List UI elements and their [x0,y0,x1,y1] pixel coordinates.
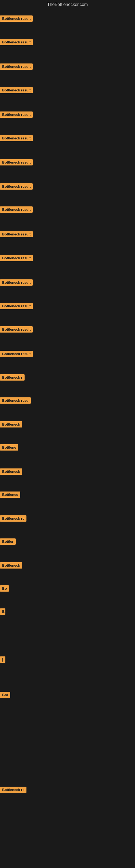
bottleneck-item[interactable]: Bottleneck result [0,183,33,191]
bottleneck-item[interactable]: Bottleneck result [0,39,33,46]
bottleneck-badge: Bottleneck re [0,516,27,522]
bottleneck-item[interactable]: Bottleneck result [0,135,33,143]
bottleneck-badge: Bottleneck result [0,351,33,357]
bottleneck-badge: Bottleneck result [0,231,33,237]
bottleneck-badge: B [0,609,5,615]
bottleneck-badge: Bottlene [0,444,18,451]
bottleneck-badge: Bottleneck result [0,39,33,45]
bottleneck-item[interactable]: Bottleneck result [0,63,33,71]
site-title-text: TheBottlenecker.com [47,2,88,7]
bottleneck-item[interactable]: Bottleneck result [0,231,33,239]
bottleneck-item[interactable]: Bottlenec [0,492,20,499]
bottleneck-item[interactable]: Bottleneck result [0,112,33,119]
bottleneck-item[interactable]: Bottleneck result [0,351,33,358]
bottleneck-badge: Bottleneck [0,468,22,475]
bottleneck-badge: Bottlenec [0,492,20,498]
bottleneck-badge: Bottleneck result [0,16,33,22]
bottleneck-badge: Bottleneck [0,421,22,428]
bottleneck-item[interactable]: Bottleneck re [0,516,27,523]
bottleneck-badge: Bottleneck [0,562,22,568]
bottleneck-badge: Bottleneck result [0,326,33,333]
bottleneck-badge: Bottleneck result [0,87,33,93]
site-title: TheBottlenecker.com [0,0,135,9]
bottleneck-badge: Bottleneck re [0,786,27,793]
bottleneck-item[interactable]: Bot [0,692,10,699]
bottleneck-badge: Bottleneck result [0,112,33,118]
bottleneck-item[interactable]: Bottleneck resu [0,397,31,405]
bottleneck-item[interactable]: Bottleneck re [0,786,27,794]
bottleneck-item[interactable]: Bottleneck result [0,207,33,214]
bottleneck-badge: Bottleneck result [0,135,33,141]
bottleneck-badge: Bottler [0,538,16,545]
bottleneck-item[interactable]: | [0,656,5,664]
bottleneck-item[interactable]: Bottleneck [0,468,22,476]
bottleneck-item[interactable]: B [0,609,5,616]
bottleneck-badge: Bottleneck result [0,279,33,286]
bottleneck-badge: Bottleneck result [0,159,33,165]
bottleneck-item[interactable]: Bottlene [0,444,18,452]
bottleneck-item[interactable]: Bottleneck [0,562,22,569]
bottleneck-badge: Bottleneck result [0,183,33,190]
bottleneck-badge: Bo [0,585,9,592]
bottleneck-item[interactable]: Bottleneck result [0,303,33,310]
bottleneck-item[interactable]: Bottleneck result [0,159,33,166]
bottleneck-badge: Bottleneck r [0,374,25,380]
bottleneck-item[interactable]: Bottleneck result [0,326,33,334]
bottleneck-item[interactable]: Bottler [0,538,16,546]
bottleneck-badge: Bottleneck result [0,255,33,261]
bottleneck-item[interactable]: Bottleneck [0,421,22,429]
bottleneck-badge: Bottleneck result [0,63,33,70]
bottleneck-item[interactable]: Bottleneck result [0,279,33,287]
bottleneck-badge: Bot [0,692,10,698]
bottleneck-badge: Bottleneck result [0,207,33,213]
bottleneck-badge: Bottleneck result [0,303,33,309]
bottleneck-badge: Bottleneck resu [0,397,31,404]
bottleneck-item[interactable]: Bo [0,585,9,593]
bottleneck-item[interactable]: Bottleneck result [0,16,33,23]
bottleneck-item[interactable]: Bottleneck result [0,87,33,94]
bottleneck-item[interactable]: Bottleneck r [0,374,25,382]
bottleneck-item[interactable]: Bottleneck result [0,255,33,262]
bottleneck-badge: | [0,656,5,663]
